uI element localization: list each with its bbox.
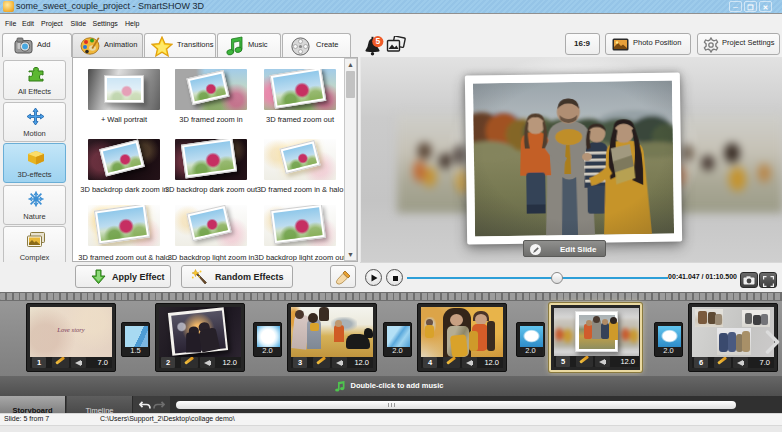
svg-text:5: 5: [375, 36, 380, 46]
